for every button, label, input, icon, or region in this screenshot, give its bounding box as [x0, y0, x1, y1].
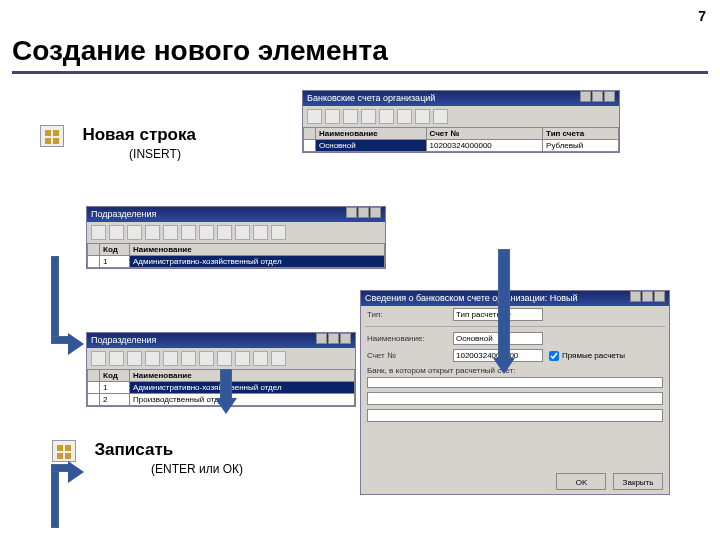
save-subcaption: (ENTER или ОК)	[82, 462, 312, 476]
titlebar: Сведения о банковском счете организации:…	[361, 291, 669, 306]
window-departments-1: Подразделения Код Наименование 1 Админис…	[86, 206, 386, 269]
save-caption-block: Записать (ENTER или ОК)	[52, 440, 312, 476]
page-number: 7	[698, 8, 706, 24]
window-title: Подразделения	[91, 207, 156, 222]
titlebar: Подразделения	[87, 333, 355, 348]
page-title: Создание нового элемента	[12, 35, 720, 67]
label-name: Наименование:	[367, 334, 447, 343]
insert-label: Новая строка	[82, 125, 196, 144]
window-buttons[interactable]	[345, 207, 381, 223]
toolbar[interactable]	[87, 222, 385, 243]
save-label: Записать	[94, 440, 173, 459]
window-buttons[interactable]	[579, 91, 615, 107]
insert-subcaption: (INSERT)	[40, 147, 270, 161]
accounts-table[interactable]: Наименование Счет № Тип счета Основной 1…	[303, 127, 619, 152]
departments-table[interactable]: Код Наименование 1 Административно-хозяй…	[87, 243, 385, 268]
checkbox-direct-box[interactable]	[549, 351, 559, 361]
table-row: Основной 10200324000000 Рублевый	[304, 140, 619, 152]
window-title: Сведения о банковском счете организации:…	[365, 291, 578, 306]
insert-caption-block: Новая строка (INSERT)	[40, 125, 270, 161]
label-account: Счет №	[367, 351, 447, 360]
titlebar: Банковские счета организаций	[303, 91, 619, 106]
window-title: Подразделения	[91, 333, 156, 348]
input-bank[interactable]	[367, 377, 663, 388]
input-extra-1[interactable]	[367, 392, 663, 405]
title-underline	[12, 71, 708, 74]
window-bank-account-details: Сведения о банковском счете организации:…	[360, 290, 670, 495]
dialog-button-row: OK Закрыть	[552, 473, 663, 490]
toolbar[interactable]	[303, 106, 619, 127]
insert-row-icon	[40, 125, 64, 147]
save-row-icon	[52, 440, 76, 462]
window-buttons[interactable]	[315, 333, 351, 349]
checkbox-direct[interactable]: Прямые расчеты	[549, 351, 625, 361]
window-buttons[interactable]	[629, 291, 665, 307]
close-button[interactable]: Закрыть	[613, 473, 663, 490]
ok-button[interactable]: OK	[556, 473, 606, 490]
table-row: 1 Административно-хозяйственный отдел	[88, 256, 385, 268]
window-bank-accounts: Банковские счета организаций Наименовани…	[302, 90, 620, 153]
label-type: Тип:	[367, 310, 447, 319]
checkbox-direct-label: Прямые расчеты	[562, 351, 625, 360]
window-title: Банковские счета организаций	[307, 91, 435, 106]
toolbar[interactable]	[87, 348, 355, 369]
titlebar: Подразделения	[87, 207, 385, 222]
input-extra-2[interactable]	[367, 409, 663, 422]
